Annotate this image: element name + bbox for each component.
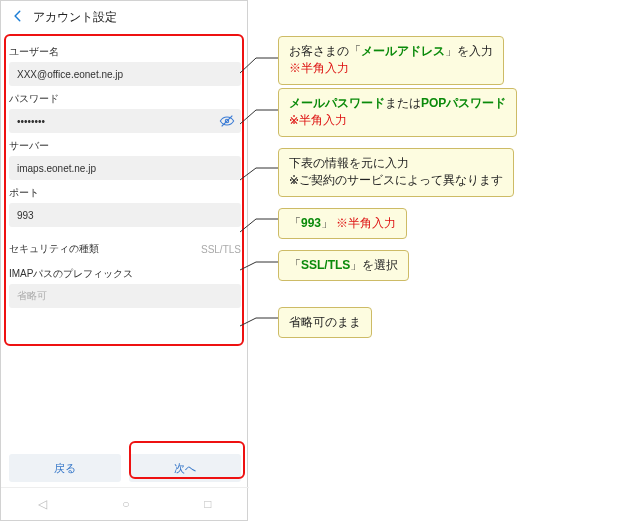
eye-off-icon[interactable] <box>219 113 235 131</box>
label-server: サーバー <box>9 139 241 153</box>
password-value: •••••••• <box>17 116 45 127</box>
button-row: 戻る 次へ <box>1 454 249 482</box>
imap-prefix-field[interactable]: 省略可 <box>9 284 241 308</box>
callout-imap-prefix: 省略可のまま <box>278 307 372 338</box>
callout-port: 「993」 ※半角入力 <box>278 208 407 239</box>
android-navbar: ◁ ○ □ <box>1 487 249 520</box>
nav-back-icon[interactable]: ◁ <box>38 497 47 511</box>
callout-security: 「SSL/TLS」を選択 <box>278 250 409 281</box>
topbar: アカウント設定 <box>1 1 247 33</box>
nav-home-icon[interactable]: ○ <box>122 497 129 511</box>
nav-recent-icon[interactable]: □ <box>204 497 211 511</box>
next-button-label: 次へ <box>174 461 196 476</box>
imap-prefix-placeholder: 省略可 <box>17 289 47 303</box>
password-field[interactable]: •••••••• <box>9 109 241 133</box>
server-value: imaps.eonet.ne.jp <box>17 163 96 174</box>
page-title: アカウント設定 <box>33 9 117 26</box>
callout-server: 下表の情報を元に入力 ※ご契約のサービスによって異なります <box>278 148 514 197</box>
label-password: パスワード <box>9 92 241 106</box>
back-arrow-icon[interactable] <box>11 9 25 25</box>
username-value: XXX@office.eonet.ne.jp <box>17 69 123 80</box>
label-port: ポート <box>9 186 241 200</box>
account-form: ユーザー名 XXX@office.eonet.ne.jp パスワード •••••… <box>1 35 249 308</box>
security-row[interactable]: セキュリティの種類 SSL/TLS <box>9 235 241 263</box>
username-field[interactable]: XXX@office.eonet.ne.jp <box>9 62 241 86</box>
security-value: SSL/TLS <box>201 244 241 255</box>
port-field[interactable]: 993 <box>9 203 241 227</box>
callout-password: メールパスワードまたはPOPパスワード ※半角入力 <box>278 88 517 137</box>
phone-frame: アカウント設定 ユーザー名 XXX@office.eonet.ne.jp パスワ… <box>0 0 248 521</box>
server-field[interactable]: imaps.eonet.ne.jp <box>9 156 241 180</box>
callout-username: お客さまの「メールアドレス」を入力 ※半角入力 <box>278 36 504 85</box>
next-button[interactable]: 次へ <box>129 454 241 482</box>
label-imap-prefix: IMAPパスのプレフィックス <box>9 267 241 281</box>
port-value: 993 <box>17 210 34 221</box>
back-button[interactable]: 戻る <box>9 454 121 482</box>
label-security: セキュリティの種類 <box>9 242 99 256</box>
label-username: ユーザー名 <box>9 45 241 59</box>
back-button-label: 戻る <box>54 461 76 476</box>
